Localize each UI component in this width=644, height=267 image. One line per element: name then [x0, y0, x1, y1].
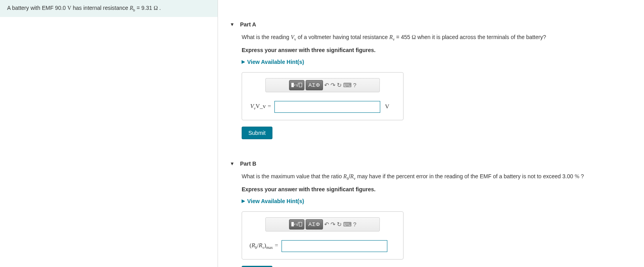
redo-button[interactable]: ↷	[330, 221, 336, 228]
help-button[interactable]: ?	[353, 82, 356, 88]
keyboard-icon: ⌨	[343, 221, 352, 228]
caret-down-icon: ▼	[230, 22, 235, 27]
hints-label: View Available Hint(s)	[247, 59, 304, 65]
reset-icon: ↻	[337, 82, 342, 88]
help-button[interactable]: ?	[353, 221, 356, 228]
equation-toolbar: x√ ΑΣΦ ↶ ↷ ↻ ⌨ ?	[265, 78, 380, 92]
part-a-header[interactable]: ▼ Part A	[218, 16, 644, 33]
reset-button[interactable]: ↻	[337, 221, 342, 228]
part-a-instruction: Express your answer with three significa…	[242, 47, 632, 53]
templates-button[interactable]: x√	[289, 80, 305, 90]
redo-button[interactable]: ↷	[330, 82, 336, 89]
triangle-right-icon: ▶	[242, 198, 245, 204]
equation-toolbar: x√ ΑΣΦ ↶ ↷ ↻ ⌨ ?	[265, 217, 380, 232]
part-b-question: What is the maximum value that the ratio…	[242, 172, 632, 181]
problem-text-mid: has internal resistance	[71, 5, 130, 11]
part-a-input-row: VvV_v = V	[248, 101, 398, 113]
redo-icon: ↷	[330, 221, 336, 228]
templates-icon: x√	[291, 221, 302, 227]
part-a-body: What is the reading Vv of a voltmeter ha…	[218, 33, 644, 139]
part-a: ▼ Part A What is the reading Vv of a vol…	[218, 16, 644, 139]
greek-button[interactable]: ΑΣΦ	[306, 80, 323, 90]
part-a-question: What is the reading Vv of a voltmeter ha…	[242, 33, 632, 42]
part-b: ▼ Part B What is the maximum value that …	[218, 155, 644, 267]
part-b-answer-box: x√ ΑΣΦ ↶ ↷ ↻ ⌨ ? (Rb/Rv)max =	[242, 211, 404, 260]
caret-down-icon: ▼	[230, 161, 235, 166]
part-b-input-row: (Rb/Rv)max =	[248, 240, 398, 252]
rb-var: R	[130, 5, 133, 11]
left-panel: A battery with EMF 90.0 V has internal r…	[0, 0, 218, 267]
problem-suffix: .	[158, 5, 161, 11]
templates-icon: x√	[291, 82, 302, 88]
part-b-instruction: Express your answer with three significa…	[242, 186, 632, 192]
part-b-submit-button[interactable]: Submit	[242, 266, 272, 267]
undo-button[interactable]: ↶	[324, 82, 329, 89]
keyboard-icon: ⌨	[343, 82, 352, 88]
emf-unit: V	[68, 5, 71, 11]
rb-eq: = 9.31	[135, 5, 154, 11]
greek-button[interactable]: ΑΣΦ	[306, 219, 323, 230]
part-a-submit-button[interactable]: Submit	[242, 127, 272, 139]
undo-icon: ↶	[324, 82, 329, 88]
part-a-answer-box: x√ ΑΣΦ ↶ ↷ ↻ ⌨ ? VvV_v = V	[242, 72, 404, 120]
problem-text-prefix: A battery with EMF 90.0	[7, 5, 68, 11]
problem-statement: A battery with EMF 90.0 V has internal r…	[0, 0, 218, 17]
part-b-body: What is the maximum value that the ratio…	[218, 172, 644, 267]
part-a-hints-toggle[interactable]: ▶ View Available Hint(s)	[242, 59, 632, 65]
reset-icon: ↻	[337, 221, 342, 228]
triangle-right-icon: ▶	[242, 59, 245, 64]
part-b-header[interactable]: ▼ Part B	[218, 155, 644, 172]
part-b-var-label: (Rb/Rv)max =	[248, 242, 278, 250]
templates-button[interactable]: x√	[289, 219, 305, 230]
part-b-title: Part B	[240, 161, 256, 167]
hints-label: View Available Hint(s)	[247, 198, 304, 204]
right-panel: ▼ Part A What is the reading Vv of a vol…	[218, 0, 644, 267]
part-a-answer-input[interactable]	[274, 101, 380, 113]
part-a-unit-label: V	[385, 103, 389, 110]
keyboard-button[interactable]: ⌨	[343, 221, 352, 228]
rb-unit: Ω	[154, 5, 158, 11]
redo-icon: ↷	[330, 82, 336, 88]
undo-button[interactable]: ↶	[324, 221, 329, 228]
reset-button[interactable]: ↻	[337, 82, 342, 89]
part-b-answer-input[interactable]	[282, 240, 387, 252]
part-a-var-label: VvV_v =	[248, 103, 271, 110]
keyboard-button[interactable]: ⌨	[343, 82, 352, 89]
undo-icon: ↶	[324, 221, 329, 228]
part-b-hints-toggle[interactable]: ▶ View Available Hint(s)	[242, 198, 632, 204]
part-a-title: Part A	[240, 21, 256, 28]
